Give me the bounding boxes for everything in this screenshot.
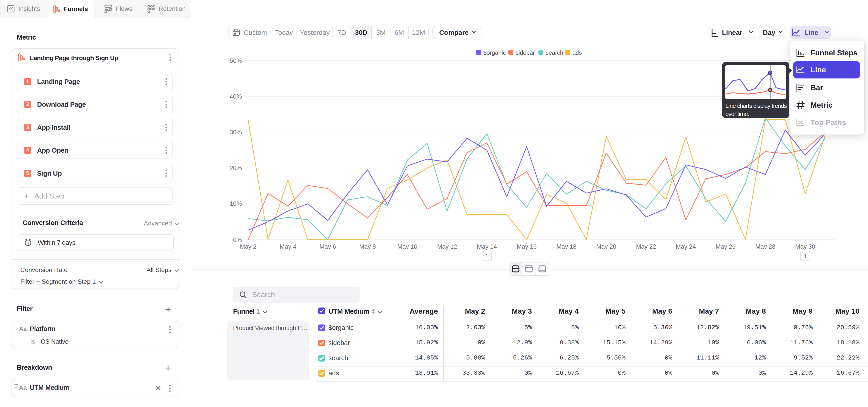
svg-text:20%: 20%	[230, 165, 242, 171]
svg-text:May 22: May 22	[636, 243, 656, 250]
svg-text:10%: 10%	[230, 200, 242, 207]
svg-text:May 12: May 12	[437, 243, 457, 250]
svg-text:ads: ads	[572, 49, 582, 56]
svg-text:May 2: May 2	[240, 243, 256, 250]
svg-text:sidebar: sidebar	[516, 49, 535, 56]
svg-text:30%: 30%	[230, 129, 242, 136]
svg-text:0%: 0%	[233, 237, 242, 243]
svg-text:May 16: May 16	[517, 243, 537, 250]
svg-text:$organic: $organic	[483, 49, 506, 56]
svg-text:May 4: May 4	[280, 243, 296, 250]
svg-text:May 10: May 10	[397, 243, 417, 250]
svg-text:50%: 50%	[230, 57, 242, 64]
svg-text:May 6: May 6	[319, 243, 336, 250]
svg-text:May 20: May 20	[596, 243, 616, 250]
svg-text:May 28: May 28	[755, 243, 776, 250]
svg-text:May 18: May 18	[557, 243, 577, 250]
svg-text:May 14: May 14	[477, 243, 497, 250]
svg-text:May 24: May 24	[676, 243, 696, 250]
svg-text:May 26: May 26	[716, 243, 736, 250]
svg-text:May 30: May 30	[795, 243, 815, 250]
svg-text:May 8: May 8	[359, 243, 376, 250]
svg-text:search: search	[546, 49, 563, 56]
svg-text:40%: 40%	[230, 93, 242, 100]
